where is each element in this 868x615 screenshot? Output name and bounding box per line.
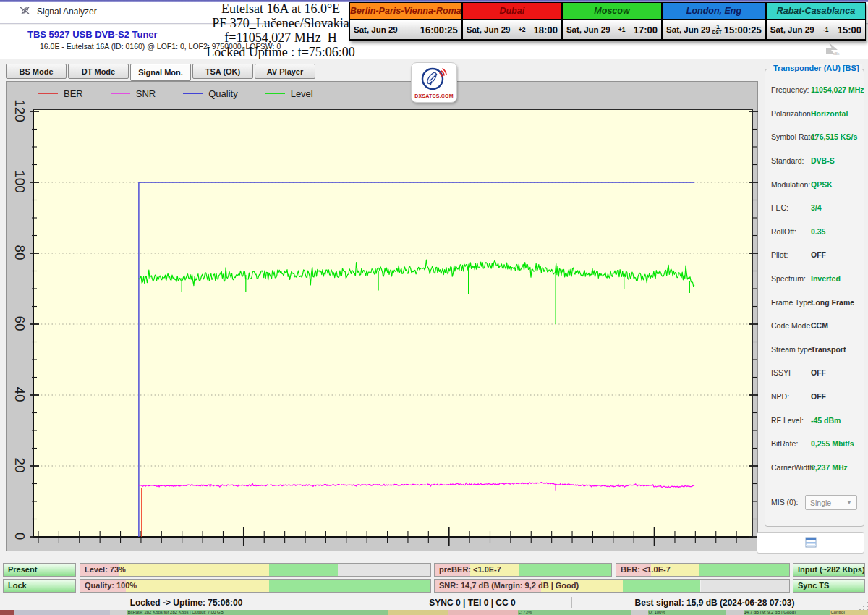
plot-area (33, 109, 753, 538)
statusbar: Locked -> Uptime: 75:06:00 SYNC 0 | TEI … (0, 595, 868, 610)
overlay-line-site: PF 370_Lučenec/Slovakia (201, 17, 360, 30)
overlay-caption: Eutelsat 16A at 16.0°E PF 370_Lučenec/Sl… (201, 1, 360, 61)
transponder-row: CarrierWidth:0,237 MHz (765, 456, 864, 480)
transponder-row: Pilot:OFF (765, 243, 864, 267)
clock-city: Rabat-Casablanca (767, 3, 865, 20)
chevron-down-icon: ▼ (846, 499, 852, 506)
legend-swatch (38, 93, 58, 94)
mis-value: Single (810, 499, 831, 507)
gauge-present: Present (3, 563, 76, 577)
occluded-segment (388, 610, 448, 615)
gauge-row-2: LockQuality: 100%SNR: 14,7 dB (Margin: 9… (0, 579, 868, 593)
clock-city: Berlin-Paris-Vienna-Roma (350, 3, 461, 20)
clock-cell: MoscowSat, Jun 29+117:00 (561, 3, 661, 41)
clock-city: Moscow (563, 3, 661, 20)
world-clocks: Berlin-Paris-Vienna-RomaSat, Jun 2916:00… (349, 2, 866, 41)
clock-time-row: Sat, Jun 2916:00:25 (350, 20, 461, 39)
transponder-row: Frame Type:Long Frame (765, 290, 864, 314)
occluded-segment (14, 610, 110, 615)
tab-dt-mode[interactable]: DT Mode (68, 64, 129, 79)
statusbar-uptime: Locked -> Uptime: 75:06:00 (0, 595, 373, 610)
logo-text: DXSATCS.COM (414, 93, 453, 98)
occluded-segment (448, 610, 518, 615)
tab-bs-mode[interactable]: BS Mode (6, 64, 67, 79)
resize-grip-icon[interactable] (863, 606, 864, 607)
clock-city: Dubai (463, 3, 561, 20)
transponder-row: BitRate:0,255 Mbit/s (765, 432, 864, 456)
gauge-quality: Quality: 100% (80, 579, 431, 593)
clock-cell: Rabat-CasablancaSat, Jun 29-115:00 (765, 3, 865, 41)
statusbar-best-signal: Best signal: 15,9 dB (2024-06-28 07:03) (572, 595, 857, 610)
clock-city: London, Eng (663, 3, 765, 20)
window-title: Signal Analyzer (37, 7, 97, 17)
mis-row: MIS (0): Single ▼ (765, 495, 864, 511)
app-icon (19, 4, 31, 20)
mode-tabs: BS ModeDT ModeSignal Mon.TSA (OK)AV Play… (6, 64, 315, 81)
statusbar-counters: SYNC 0 | TEI 0 | CC 0 (373, 595, 571, 610)
dxsatcs-logo: DXSATCS.COM (411, 62, 457, 103)
tab-tsa-ok-[interactable]: TSA (OK) (192, 64, 253, 79)
panel-button[interactable] (757, 532, 864, 554)
transponder-row: Standard:DVB-S (765, 149, 864, 173)
gauge-sync-ts: Sync TS (793, 579, 865, 593)
clock-time-row: Sat, Jun 29-115:00 (767, 20, 865, 39)
transponder-panel-title: Transponder (AU) [BS] (770, 64, 862, 72)
tuner-details: 16.0E - Eutelsat 16A (ID: 0160) @ LOF1: … (27, 42, 868, 51)
occluded-segment: Control (830, 610, 868, 615)
transponder-row: NPD:OFF (765, 385, 864, 409)
legend-swatch (265, 93, 285, 94)
gauge-snr: SNR: 14,7 dB (Margin: 9,2 dB | Good) (434, 579, 790, 593)
occluded-segment (726, 610, 744, 615)
clock-cell: London, EngSat, Jun 29-1DST15:00:25 (661, 3, 765, 41)
tab-signal-mon-[interactable]: Signal Mon. (130, 64, 191, 81)
mis-select[interactable]: Single ▼ (805, 495, 857, 510)
transponder-row: Frequency:11054,027 MHz (765, 78, 864, 102)
signal-chart: BERSNRQualityLevel 020406080100120 (6, 81, 758, 551)
layers-icon (804, 537, 818, 548)
transponder-row: ISSYIOFF (765, 361, 864, 385)
transponder-row: Symbol Rate:176,515 KS/s (765, 125, 864, 149)
overlay-line-frequency: f=11054,027 MHz_H (201, 31, 360, 45)
gauge-preber: preBER: <1.0E-7 (434, 563, 612, 577)
occluded-segment: BitRate: 282 Kbps for 282 Kbps | Output:… (127, 610, 388, 615)
overlay-line-satellite: Eutelsat 16A at 16.0°E (201, 2, 360, 16)
transponder-row: Modulation:QPSK (765, 172, 864, 196)
occluded-window-strip: BitRate: 282 Kbps for 282 Kbps | Output:… (0, 610, 868, 615)
transponder-row: RF Level:-45 dBm (765, 408, 864, 432)
gauge-level: Level: 73% (80, 563, 431, 577)
transponder-row: RollOff:0.35 (765, 220, 864, 244)
gauge-row-1: PresentLevel: 73%preBER: <1.0E-7BER: <1.… (0, 563, 868, 577)
gauge-lock: Lock (3, 579, 76, 593)
occluded-segment: Q: 100% (648, 610, 726, 615)
occluded-segment (110, 610, 127, 615)
occluded-segment: L: 73% (518, 610, 631, 615)
legend-item-quality: Quality (183, 88, 237, 99)
overlay-line-uptime: Locked Uptime : t=75:06:00 (201, 46, 360, 59)
transponder-row: Spectrum:Inverted (765, 267, 864, 291)
chart-legend: BERSNRQualityLevel (38, 87, 313, 100)
legend-item-ber: BER (38, 88, 83, 99)
clock-time-row: Sat, Jun 29+218:00 (463, 20, 561, 39)
tab-av-player[interactable]: AV Player (255, 64, 315, 79)
mis-label: MIS (0): (771, 498, 798, 506)
clock-cell: DubaiSat, Jun 29+218:00 (461, 3, 561, 41)
transponder-row: FEC:3/4 (765, 196, 864, 220)
transponder-rows: Frequency:11054,027 MHzPolarization:Hori… (765, 78, 864, 479)
transponder-row: Polarization:Horizontal (765, 102, 864, 126)
legend-swatch (183, 93, 203, 94)
legend-item-level: Level (265, 88, 313, 99)
gauge-ber: BER: <1.0E-7 (616, 563, 790, 577)
clock-cell: Berlin-Paris-Vienna-RomaSat, Jun 2916:00… (350, 3, 461, 41)
legend-item-snr: SNR (111, 88, 156, 99)
clock-time-row: Sat, Jun 29-1DST15:00:25 (663, 20, 765, 39)
transponder-row: Stream type:Transport (765, 338, 864, 362)
legend-swatch (111, 93, 130, 94)
occluded-segment (631, 610, 648, 615)
clock-time-row: Sat, Jun 29+117:00 (563, 20, 661, 39)
satellite-dish-icon (420, 67, 448, 93)
svg-text:dBs: dBs (833, 51, 840, 56)
transponder-row: Code Mode:CCM (765, 314, 864, 338)
occluded-segment (0, 610, 14, 615)
watermark-icon: dBs (823, 41, 842, 59)
signal-analyzer-window: Signal Analyzer TBS 5927 USB DVB-S2 Tune… (0, 0, 868, 615)
